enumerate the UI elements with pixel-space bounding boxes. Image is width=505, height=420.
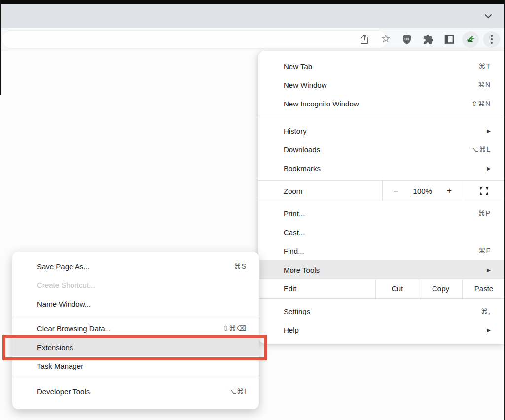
zoom-row: Zoom – 100% + <box>258 180 505 201</box>
menu-item-print[interactable]: Print... ⌘P <box>258 204 505 223</box>
menu-item-new-tab[interactable]: New Tab ⌘T <box>258 57 505 75</box>
fullscreen-button[interactable] <box>463 181 505 201</box>
menu-item-label: New Incognito Window <box>284 100 471 108</box>
edit-row: Edit Cut Copy Paste <box>258 279 505 299</box>
menu-item-settings[interactable]: Settings ⌘, <box>258 302 505 320</box>
menu-item-label: Help <box>284 326 487 334</box>
submenu-arrow-icon: ▶ <box>487 166 491 171</box>
submenu-arrow-icon: ▶ <box>487 267 491 273</box>
chrome-main-menu: New Tab ⌘T New Window ⌘N New Incognito W… <box>258 51 505 344</box>
menu-item-shortcut: ⌘N <box>478 81 491 89</box>
extensions-puzzle-icon[interactable] <box>420 31 436 48</box>
menu-item-shortcut: ⌘T <box>478 62 491 70</box>
menu-item-extensions[interactable]: Extensions <box>12 338 259 356</box>
green-plant-extension-icon[interactable] <box>462 31 479 48</box>
menu-item-label: Developer Tools <box>37 387 228 396</box>
menu-item-shortcut: ⌘S <box>234 262 247 270</box>
tab-bar <box>0 4 505 28</box>
menu-item-label: Extensions <box>37 343 247 351</box>
menu-item-label: New Tab <box>284 62 478 70</box>
zoom-out-button[interactable]: – <box>394 186 398 196</box>
shield-badge-text: UO <box>404 37 409 41</box>
share-icon[interactable] <box>356 31 373 48</box>
side-panel-icon[interactable] <box>441 31 458 48</box>
submenu-arrow-icon: ▶ <box>487 128 491 134</box>
menu-item-label: Create Shortcut... <box>37 281 247 289</box>
menu-item-shortcut: ⌥⌘I <box>228 387 247 395</box>
menu-item-label: Find... <box>284 247 478 255</box>
zoom-label: Zoom <box>258 181 382 201</box>
menu-item-label: New Window <box>284 81 478 89</box>
menu-item-label: Downloads <box>284 145 470 154</box>
window-top-frame <box>0 0 505 4</box>
edit-label: Edit <box>258 279 375 298</box>
menu-item-label: Save Page As... <box>37 262 234 271</box>
menu-item-help[interactable]: Help ▶ <box>258 320 505 339</box>
shield-extension-icon[interactable]: UO <box>398 31 415 48</box>
menu-item-cast[interactable]: Cast... <box>258 223 505 242</box>
menu-item-shortcut: ⇧⌘N <box>471 100 491 107</box>
browser-toolbar: ☆ UO <box>0 28 505 51</box>
menu-item-clear-browsing-data[interactable]: Clear Browsing Data... ⇧⌘⌫ <box>12 319 259 338</box>
submenu-arrow-icon: ▶ <box>487 327 491 333</box>
menu-item-shortcut: ⌘F <box>478 247 491 255</box>
zoom-in-button[interactable]: + <box>447 186 452 196</box>
cut-button[interactable]: Cut <box>375 279 419 298</box>
menu-item-save-page-as[interactable]: Save Page As... ⌘S <box>12 257 259 276</box>
address-bar[interactable] <box>2 31 388 48</box>
menu-item-label: Cast... <box>284 228 491 237</box>
menu-item-more-tools[interactable]: More Tools ▶ <box>258 260 505 279</box>
bookmark-star-icon[interactable]: ☆ <box>377 31 394 48</box>
menu-item-label: Print... <box>284 210 478 218</box>
menu-item-task-manager[interactable]: Task Manager <box>12 356 259 375</box>
menu-item-shortcut: ⌘, <box>481 307 491 315</box>
menu-item-label: Settings <box>284 307 481 315</box>
menu-item-label: History <box>284 127 487 135</box>
menu-item-label: Task Manager <box>37 362 247 370</box>
menu-item-shortcut: ⌘P <box>478 210 491 217</box>
more-tools-submenu: Save Page As... ⌘S Create Shortcut... Na… <box>12 252 259 409</box>
menu-item-shortcut: ⌥⌘L <box>470 145 491 153</box>
zoom-level-value: 100% <box>413 187 432 195</box>
menu-item-new-incognito-window[interactable]: New Incognito Window ⇧⌘N <box>258 94 505 113</box>
fullscreen-icon <box>480 187 488 195</box>
menu-item-name-window[interactable]: Name Window... <box>12 294 259 313</box>
three-dot-icon <box>491 35 493 44</box>
menu-item-label: Name Window... <box>37 300 247 308</box>
menu-item-shortcut: ⇧⌘⌫ <box>222 324 247 332</box>
copy-button[interactable]: Copy <box>419 279 462 298</box>
menu-item-label: Clear Browsing Data... <box>37 324 222 333</box>
menu-item-developer-tools[interactable]: Developer Tools ⌥⌘I <box>12 382 259 401</box>
menu-item-find[interactable]: Find... ⌘F <box>258 242 505 260</box>
chevron-down-icon[interactable] <box>483 12 493 20</box>
menu-item-downloads[interactable]: Downloads ⌥⌘L <box>258 140 505 159</box>
menu-item-label: More Tools <box>284 266 487 274</box>
menu-item-label: Bookmarks <box>284 164 487 173</box>
menu-item-bookmarks[interactable]: Bookmarks ▶ <box>258 159 505 177</box>
browser-menu-button[interactable] <box>483 31 500 48</box>
paste-button[interactable]: Paste <box>462 279 505 298</box>
menu-item-new-window[interactable]: New Window ⌘N <box>258 75 505 94</box>
zoom-controls: – 100% + <box>382 181 463 201</box>
menu-item-history[interactable]: History ▶ <box>258 121 505 140</box>
window-left-frame <box>0 0 1 95</box>
menu-item-create-shortcut: Create Shortcut... <box>12 276 259 294</box>
